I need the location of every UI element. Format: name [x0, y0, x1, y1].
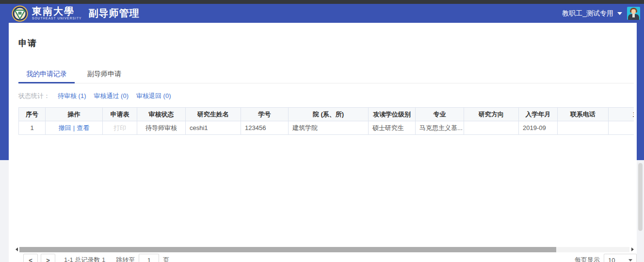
tab-assistant-supervisor-application[interactable]: 副导师申请 — [80, 66, 129, 83]
cell-enroll-date: 2019-09 — [519, 121, 558, 135]
status-link-pending[interactable]: 待审核 (1) — [58, 92, 86, 100]
col-header-operation: 操作 — [46, 108, 103, 121]
per-page-select[interactable]: 10 — [604, 254, 637, 262]
cell-main-supervisor — [609, 121, 634, 135]
window-top-bar — [0, 0, 644, 4]
tab-label: 副导师申请 — [87, 70, 121, 79]
tab-label: 我的申请记录 — [26, 70, 67, 79]
print-link-disabled: 打印 — [113, 124, 126, 131]
scroll-right-arrow-icon[interactable] — [630, 246, 634, 252]
current-user-label[interactable]: 教职工_测试专用 — [562, 9, 613, 18]
select-chevron-down-icon — [628, 259, 632, 262]
col-header-major: 专业 — [416, 108, 464, 121]
next-page-button[interactable]: > — [41, 254, 55, 262]
view-link[interactable]: 查看 — [77, 124, 89, 131]
page-title: 申请 — [18, 37, 37, 49]
university-name-cn: 東南大學 — [32, 6, 81, 16]
status-link-returned[interactable]: 审核退回 (0) — [136, 92, 171, 100]
main-content-panel: 申请 我的申请记录 副导师申请 状态统计： 待审核 (1) 审核通过 (0) 审… — [9, 23, 637, 262]
applications-table: 序号 操作 申请表 审核状态 研究生姓名 学号 院 (系、所) 攻读学位级别 专… — [18, 107, 634, 135]
per-page-label: 每页显示 — [575, 256, 600, 262]
user-avatar[interactable] — [627, 7, 640, 20]
horizontal-scrollbar-thumb[interactable] — [19, 247, 556, 252]
horizontal-scrollbar-track[interactable] — [19, 247, 629, 252]
university-name-en: SOUTHEAST UNIVERSITY — [32, 17, 81, 20]
scroll-left-arrow-icon[interactable] — [15, 246, 18, 252]
col-header-student-id: 学号 — [241, 108, 289, 121]
col-header-application-form: 申请表 — [103, 108, 137, 121]
per-page-control: 每页显示 10 — [575, 254, 637, 262]
col-header-school: 院 (系、所) — [289, 108, 369, 121]
jump-page-input[interactable] — [139, 254, 159, 262]
cell-application-form: 打印 — [103, 121, 137, 135]
col-header-review-status: 审核状态 — [137, 108, 186, 121]
cell-student-name: ceshi1 — [186, 121, 241, 135]
user-menu-chevron-down-icon[interactable] — [617, 12, 622, 15]
status-link-approved[interactable]: 审核通过 (0) — [94, 92, 129, 100]
applications-table-wrapper: 序号 操作 申请表 审核状态 研究生姓名 学号 院 (系、所) 攻读学位级别 专… — [18, 107, 634, 135]
col-header-seq: 序号 — [19, 108, 46, 121]
vertical-scrollbar-thumb[interactable] — [638, 163, 643, 231]
col-header-student-name: 研究生姓名 — [186, 108, 241, 121]
status-statistics-label: 状态统计： — [18, 92, 50, 100]
university-logo-icon — [12, 5, 28, 22]
avatar-face — [631, 9, 636, 14]
page-unit-label: 页 — [163, 256, 169, 262]
app-title: 副导师管理 — [88, 7, 139, 20]
cell-phone — [558, 121, 609, 135]
withdraw-link[interactable]: 撤回 — [59, 124, 71, 131]
cell-degree-level: 硕士研究生 — [369, 121, 416, 135]
horizontal-scrollbar[interactable] — [15, 246, 634, 252]
per-page-value: 10 — [608, 257, 615, 262]
pagination-bar: < > 1-1 总记录数 1 跳转至 页 每页显示 10 — [23, 253, 637, 262]
status-statistics-bar: 状态统计： 待审核 (1) 审核通过 (0) 审核退回 (0) — [18, 92, 171, 100]
col-header-enroll-date: 入学年月 — [519, 108, 558, 121]
cell-major: 马克思主义基... — [416, 121, 464, 135]
cell-student-id: 123456 — [241, 121, 289, 135]
cell-school: 建筑学院 — [289, 121, 369, 135]
link-separator: | — [73, 124, 75, 131]
col-header-main-supervisor: 主导师 — [609, 108, 634, 121]
prev-page-button[interactable]: < — [23, 254, 38, 262]
app-header: 東南大學 SOUTHEAST UNIVERSITY 副导师管理 教职工_测试专用 — [0, 4, 644, 23]
university-brand: 東南大學 SOUTHEAST UNIVERSITY — [32, 6, 81, 20]
cell-research-direction — [464, 121, 519, 135]
col-header-research-direction: 研究方向 — [464, 108, 519, 121]
jump-to-label: 跳转至 — [116, 256, 135, 262]
col-header-phone: 联系电话 — [558, 108, 609, 121]
col-header-degree-level: 攻读学位级别 — [369, 108, 416, 121]
table-header-row: 序号 操作 申请表 审核状态 研究生姓名 学号 院 (系、所) 攻读学位级别 专… — [19, 108, 634, 121]
avatar-shirt — [632, 14, 635, 17]
tab-my-application-records[interactable]: 我的申请记录 — [18, 66, 75, 83]
table-row: 1 撤回|查看 打印 待导师审核 ceshi1 123456 建筑学院 硕士研究… — [19, 121, 634, 135]
cell-seq: 1 — [19, 121, 46, 135]
record-count-summary: 1-1 总记录数 1 — [64, 256, 105, 262]
tab-bar: 我的申请记录 副导师申请 — [18, 66, 634, 83]
cell-operation: 撤回|查看 — [46, 121, 103, 135]
cell-review-status: 待导师审核 — [137, 121, 186, 135]
